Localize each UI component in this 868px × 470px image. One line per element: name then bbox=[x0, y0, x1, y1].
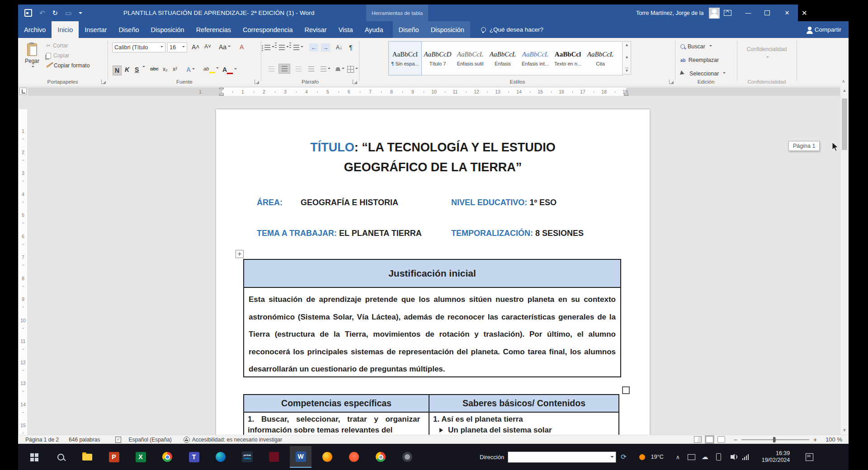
collapse-ribbon-icon[interactable]: ˄ bbox=[842, 79, 845, 84]
network-icon[interactable] bbox=[742, 453, 750, 461]
rtl-direction-button[interactable]: → bbox=[320, 42, 331, 52]
saberes-header-cell[interactable]: Saberes básicos/ Contenidos bbox=[429, 395, 618, 412]
onedrive-cloud-icon[interactable]: ☁ bbox=[701, 453, 709, 461]
zoom-slider[interactable] bbox=[741, 439, 809, 440]
style-enfasis-sutil[interactable]: AaBbCcLÉnfasis sutil bbox=[454, 42, 486, 75]
taskbar-icon-teams[interactable]: T bbox=[183, 446, 205, 468]
clipboard-dialog-launcher-icon[interactable] bbox=[101, 80, 106, 84]
tab-revisar[interactable]: Revisar bbox=[299, 21, 333, 38]
clear-formatting-button[interactable]: A bbox=[240, 43, 244, 51]
ltr-direction-button[interactable]: ← bbox=[308, 42, 320, 52]
taskbar-icon-excel[interactable]: X bbox=[130, 446, 151, 468]
refresh-icon[interactable]: ⟳ bbox=[621, 453, 627, 461]
bullets-button[interactable] bbox=[264, 42, 275, 52]
multilevel-list-button[interactable] bbox=[292, 42, 304, 52]
justification-table[interactable]: Justificación inicial Esta situación de … bbox=[243, 259, 621, 377]
web-layout-icon[interactable] bbox=[717, 436, 725, 443]
accessibility-status[interactable]: Accesibilidad: es necesario investigar bbox=[184, 437, 282, 443]
numbering-button[interactable] bbox=[278, 42, 290, 52]
scrollbar-thumb[interactable] bbox=[842, 99, 847, 150]
justification-header-cell[interactable]: Justificación inicial bbox=[244, 260, 620, 288]
taskbar-icon-edge[interactable] bbox=[210, 446, 231, 468]
empty-checkbox[interactable] bbox=[622, 386, 630, 394]
save-icon[interactable] bbox=[24, 9, 32, 17]
tab-referencias[interactable]: Referencias bbox=[190, 21, 237, 38]
style-sin-espaciado[interactable]: AaBbCcI¶ Sin espa... bbox=[389, 42, 421, 75]
temperature[interactable]: 19°C bbox=[651, 454, 664, 460]
taskbar-icon-chrome-beta[interactable] bbox=[370, 446, 392, 468]
replace-button[interactable]: abReemplazar bbox=[680, 57, 719, 63]
taskbar-icon-chrome[interactable] bbox=[156, 446, 178, 468]
style-enfasis[interactable]: AaBbCcLÉnfasis bbox=[486, 42, 519, 75]
competencias-body-cell[interactable]: 1. Buscar, seleccionar, tratar y organiz… bbox=[244, 413, 429, 435]
clock[interactable]: 16:39 19/02/2024 bbox=[762, 450, 790, 464]
taskbar-icon-start[interactable] bbox=[23, 446, 45, 468]
user-avatar[interactable] bbox=[709, 8, 720, 19]
tab-insertar[interactable]: Insertar bbox=[79, 21, 113, 38]
format-painter-button[interactable]: Copiar formato bbox=[46, 62, 90, 69]
vertical-scrollbar[interactable]: ▲ ▼ bbox=[840, 86, 849, 435]
tell-me-box[interactable]: ¿Qué desea hacer? bbox=[481, 21, 543, 38]
taskbar-icon-media-app[interactable] bbox=[263, 446, 285, 468]
style-cita[interactable]: AaBbCcLCita bbox=[584, 42, 617, 75]
action-center-icon[interactable] bbox=[806, 453, 813, 461]
proofing-icon[interactable]: ✓ bbox=[115, 437, 121, 443]
underline-caret[interactable] bbox=[141, 66, 145, 69]
change-case-button[interactable]: Aa bbox=[219, 43, 231, 51]
language-indicator[interactable]: Español (España) bbox=[128, 437, 171, 443]
zoom-level[interactable]: 100 % bbox=[826, 436, 842, 443]
scroll-down-icon[interactable]: ▼ bbox=[840, 428, 849, 432]
select-button[interactable]: Seleccionar bbox=[680, 70, 726, 77]
font-size-combo[interactable]: 16 bbox=[167, 42, 187, 52]
tab-diseno[interactable]: Diseño bbox=[113, 21, 145, 38]
pilcrow-button[interactable]: ¶ bbox=[345, 42, 357, 52]
redo-icon[interactable]: ↻ bbox=[52, 9, 58, 16]
overlay-close-button[interactable]: ✕ bbox=[798, 5, 849, 21]
underline-button[interactable]: S bbox=[135, 66, 139, 73]
paragraph-dialog-launcher-icon[interactable] bbox=[353, 80, 357, 84]
ribbon-display-options-button[interactable] bbox=[720, 5, 735, 21]
line-spacing-button[interactable] bbox=[320, 64, 331, 74]
font-name-combo[interactable]: Calibri (Título bbox=[112, 42, 165, 52]
share-button[interactable]: Compartir bbox=[801, 21, 849, 38]
taskbar-icon-brave[interactable] bbox=[343, 446, 365, 468]
shrink-font-button[interactable]: A˅ bbox=[204, 43, 211, 50]
text-effects-button[interactable]: A bbox=[186, 66, 195, 73]
styles-dialog-launcher-icon[interactable] bbox=[669, 80, 674, 84]
phone-icon[interactable] bbox=[715, 453, 722, 461]
styles-scroll-down-icon[interactable]: ▼ bbox=[625, 56, 629, 60]
volume-icon[interactable] bbox=[728, 453, 736, 461]
style-texto-negrita[interactable]: AaBbCclTexto en n... bbox=[552, 42, 584, 75]
saberes-body-cell[interactable]: 1. Así es el planeta tierra Un planeta d… bbox=[429, 413, 618, 435]
strikethrough-button[interactable]: abc bbox=[150, 66, 159, 71]
scroll-up-icon[interactable]: ▲ bbox=[840, 88, 849, 93]
find-button[interactable]: Buscar bbox=[680, 43, 712, 50]
tab-selector-icon[interactable] bbox=[19, 88, 27, 95]
align-center-button[interactable] bbox=[279, 64, 290, 73]
align-right-button[interactable] bbox=[292, 64, 304, 74]
weather-icon[interactable] bbox=[639, 454, 645, 460]
close-window-button[interactable]: ✕ bbox=[779, 5, 795, 21]
tab-vista[interactable]: Vista bbox=[333, 21, 359, 38]
qat-customize-icon[interactable] bbox=[79, 12, 82, 16]
subscript-button[interactable]: x₂ bbox=[163, 66, 168, 72]
word-count[interactable]: 646 palabras bbox=[69, 437, 100, 443]
minimize-button[interactable]: — bbox=[741, 5, 756, 21]
competencias-header-cell[interactable]: Competencias específicas bbox=[244, 395, 429, 412]
display-icon[interactable] bbox=[688, 453, 695, 461]
address-dropdown-icon[interactable] bbox=[610, 456, 614, 460]
tab-table-diseno[interactable]: Diseño bbox=[393, 21, 425, 38]
taskbar-icon-search[interactable] bbox=[50, 446, 71, 468]
tab-correspondencia[interactable]: Correspondencia bbox=[237, 21, 298, 38]
zoom-in-button[interactable]: + bbox=[813, 436, 817, 443]
tab-table-disposicion[interactable]: Disposición bbox=[425, 21, 470, 38]
read-mode-icon[interactable] bbox=[694, 436, 702, 443]
tab-ayuda[interactable]: Ayuda bbox=[359, 21, 389, 38]
styles-scroll-up-icon[interactable]: ▲ bbox=[625, 43, 629, 47]
shading-button[interactable] bbox=[334, 64, 346, 74]
taskbar-icon-prime-video[interactable]: primevideo bbox=[236, 446, 258, 468]
show-hidden-icons-chevron[interactable]: ∧ bbox=[674, 453, 682, 461]
table-move-handle[interactable] bbox=[236, 250, 244, 258]
restore-button[interactable] bbox=[760, 5, 775, 21]
taskbar-icon-file-explorer[interactable] bbox=[76, 446, 98, 468]
